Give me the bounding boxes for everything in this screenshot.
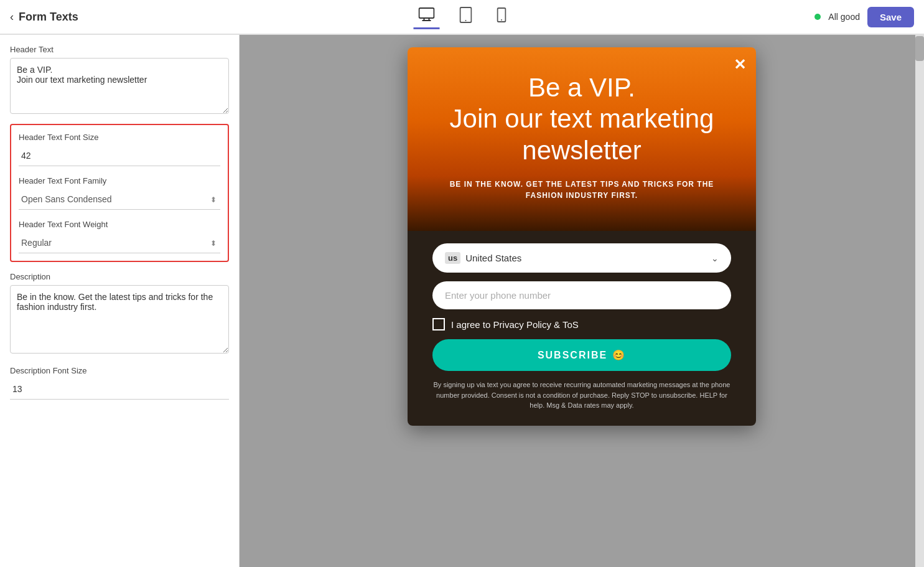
description-font-size-input[interactable] bbox=[10, 379, 229, 400]
subscribe-label: SUBSCRIBE bbox=[538, 350, 607, 361]
device-switcher bbox=[413, 4, 511, 29]
privacy-checkbox[interactable] bbox=[432, 318, 445, 330]
phone-input[interactable]: Enter your phone number bbox=[432, 281, 731, 309]
back-icon[interactable]: ‹ bbox=[10, 11, 14, 24]
header-font-size-input[interactable] bbox=[19, 146, 220, 166]
description-label: Description bbox=[10, 272, 229, 281]
preview-modal: ✕ Be a VIP.Join our text marketingnewsle… bbox=[408, 47, 756, 426]
country-name: United States bbox=[465, 253, 521, 263]
svg-point-5 bbox=[465, 20, 466, 21]
topbar-title: Form Texts bbox=[19, 11, 78, 24]
modal-close-button[interactable]: ✕ bbox=[734, 56, 746, 73]
header-font-family-select[interactable]: Open Sans Condensed Arial Georgia bbox=[19, 189, 220, 210]
subscribe-button[interactable]: SUBSCRIBE 😊 bbox=[432, 339, 731, 371]
header-font-weight-wrapper: Regular Bold Light bbox=[19, 233, 220, 253]
scrollbar[interactable] bbox=[915, 35, 924, 567]
desktop-icon[interactable] bbox=[413, 5, 439, 29]
topbar: ‹ Form Texts All good Save bbox=[0, 0, 924, 35]
main-layout: Header Text Be a VIP. Join our text mark… bbox=[0, 35, 924, 567]
country-select-left: us United States bbox=[445, 252, 521, 264]
status-text: All good bbox=[828, 12, 860, 22]
scrollbar-thumb[interactable] bbox=[915, 36, 924, 61]
right-panel: ✕ Be a VIP.Join our text marketingnewsle… bbox=[240, 35, 924, 567]
header-font-family-label: Header Text Font Family bbox=[19, 176, 220, 185]
header-font-settings-box: Header Text Font Size Header Text Font F… bbox=[10, 124, 229, 262]
left-panel: Header Text Be a VIP. Join our text mark… bbox=[0, 35, 240, 567]
chevron-down-icon: ⌄ bbox=[711, 253, 719, 263]
tablet-icon[interactable] bbox=[454, 4, 477, 29]
save-button[interactable]: Save bbox=[867, 7, 914, 27]
topbar-left: ‹ Form Texts bbox=[10, 11, 78, 24]
country-flag: us bbox=[445, 252, 460, 264]
status-indicator bbox=[814, 14, 821, 20]
country-select[interactable]: us United States ⌄ bbox=[432, 243, 731, 273]
mobile-icon[interactable] bbox=[492, 5, 511, 29]
description-font-size-label: Description Font Size bbox=[10, 366, 229, 375]
legal-text: By signing up via text you agree to rece… bbox=[432, 380, 731, 411]
modal-subtext: BE IN THE KNOW. GET THE LATEST TIPS AND … bbox=[432, 179, 731, 201]
modal-header-text: Be a VIP.Join our text marketingnewslett… bbox=[432, 72, 731, 166]
phone-placeholder: Enter your phone number bbox=[445, 290, 551, 301]
topbar-right: All good Save bbox=[814, 7, 914, 27]
svg-point-7 bbox=[501, 19, 502, 21]
header-font-family-wrapper: Open Sans Condensed Arial Georgia bbox=[19, 189, 220, 210]
checkbox-row: I agree to Privacy Policy & ToS bbox=[432, 318, 731, 330]
header-text-input[interactable]: Be a VIP. Join our text marketing newsle… bbox=[10, 58, 229, 114]
svg-rect-0 bbox=[419, 8, 434, 18]
modal-bottom: us United States ⌄ Enter your phone numb… bbox=[408, 231, 756, 426]
header-font-weight-label: Header Text Font Weight bbox=[19, 220, 220, 229]
header-font-weight-select[interactable]: Regular Bold Light bbox=[19, 233, 220, 253]
header-font-size-label: Header Text Font Size bbox=[19, 133, 220, 142]
subscribe-emoji: 😊 bbox=[612, 349, 626, 361]
description-input[interactable]: Be in the know. Get the latest tips and … bbox=[10, 285, 229, 354]
header-text-label: Header Text bbox=[10, 45, 229, 54]
checkbox-label: I agree to Privacy Policy & ToS bbox=[451, 319, 579, 330]
modal-top: ✕ Be a VIP.Join our text marketingnewsle… bbox=[408, 47, 756, 231]
